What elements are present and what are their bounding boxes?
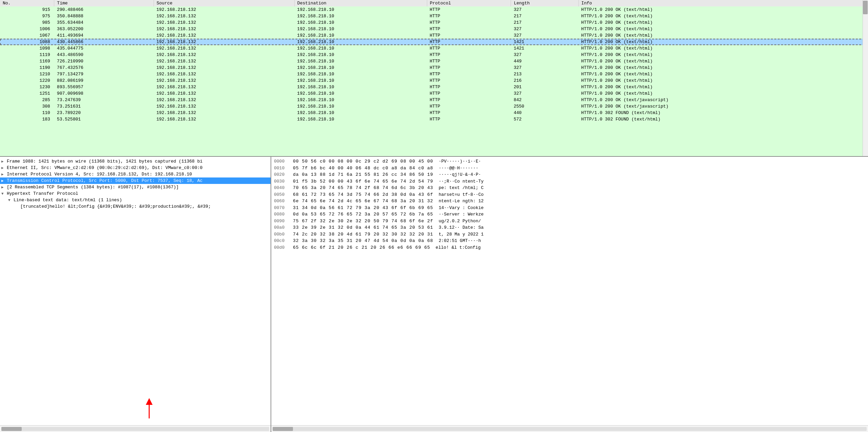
table-row[interactable]: 1190767.432576192.168.218.132192.168.218…: [0, 64, 868, 71]
table-cell: 53.525801: [54, 116, 154, 123]
tree-item-label: Transmission Control Protocol, Src Port:…: [7, 178, 269, 183]
table-cell: 363.052200: [54, 26, 154, 32]
table-cell: 308: [0, 103, 54, 110]
hex-offset: 0040: [274, 185, 288, 191]
table-row[interactable]: 1169726.210990192.168.218.132192.168.218…: [0, 58, 868, 64]
hex-row: 00c032 3a 30 32 3a 35 31 20 47 4d 54 0a …: [274, 238, 865, 244]
table-cell: HTTP: [427, 39, 511, 45]
hex-row: 00a033 2e 39 2e 31 32 0d 0a 44 61 74 65 …: [274, 224, 865, 231]
table-cell: 192.168.218.132: [154, 13, 294, 19]
table-row[interactable]: 975350.848888192.168.218.132192.168.218.…: [0, 13, 868, 19]
table-cell: 1088→: [0, 39, 54, 45]
hex-row: 00d065 6c 6c 6f 21 20 26 c 21 20 26 66 e…: [274, 244, 865, 251]
hex-scroll-thumb[interactable]: [273, 427, 293, 431]
table-cell: 440: [511, 110, 578, 116]
table-cell: 192.168.218.132: [154, 64, 294, 71]
hex-offset: 0070: [274, 205, 288, 211]
table-cell: 907.009698: [54, 90, 154, 97]
tree-arrow-icon: ▶: [1, 172, 5, 176]
table-cell: HTTP: [427, 84, 511, 90]
tree-item[interactable]: ▼Line-based text data: text/html (1 line…: [0, 197, 271, 203]
tree-item-label: [truncated]hello! &lt;Config {&#39;ENV&#…: [20, 204, 269, 209]
hex-bytes: 01 f5 3b 52 00 00 43 6f 6e 74 65 6e 74 2…: [293, 178, 433, 185]
hex-scroll-track[interactable]: [273, 427, 867, 431]
hex-panel: 000000 50 56 c0 00 08 00 0c 29 c2 d2 69 …: [271, 157, 868, 432]
hex-bytes: 6e 74 65 6e 74 2d 4c 65 6e 67 74 68 3a 2…: [293, 198, 433, 205]
detail-scroll-track[interactable]: [1, 427, 269, 431]
hex-row: 009075 67 2f 32 2e 30 2e 32 20 50 79 74 …: [274, 218, 865, 225]
tree-item[interactable]: ▼Hypertext Transfer Protocol: [0, 190, 271, 197]
table-row[interactable]: 1098435.044775192.168.218.132192.168.218…: [0, 45, 868, 52]
table-cell: 192.168.218.10: [294, 52, 427, 58]
table-cell: 192.168.218.132: [154, 52, 294, 58]
tree-item[interactable]: ▶Transmission Control Protocol, Src Port…: [0, 177, 271, 184]
tree-arrow-icon: ▶: [1, 166, 5, 170]
table-row[interactable]: 985355.634484192.168.218.132192.168.218.…: [0, 19, 868, 26]
table-cell: 192.168.218.132: [154, 116, 294, 123]
hex-ascii: ··;R··Co ntent-Ty: [439, 178, 484, 185]
table-row[interactable]: 1230893.556957192.168.218.132192.168.218…: [0, 84, 868, 90]
table-row[interactable]: 28573.247639192.168.218.132192.168.218.1…: [0, 97, 868, 103]
detail-panel: ▶Frame 1088: 1421 bytes on wire (11368 b…: [0, 157, 271, 432]
hex-row: 007031 34 0d 0a 56 61 72 79 3a 20 43 6f …: [274, 205, 865, 211]
table-cell: 192.168.218.10: [294, 103, 427, 110]
detail-scroll-thumb[interactable]: [1, 427, 22, 431]
table-row[interactable]: 1088→430.445866192.168.218.132192.168.21…: [0, 39, 868, 45]
table-cell: HTTP/1.0 200 OK (text/html): [578, 90, 868, 97]
tree-item-label: Line-based text data: text/html (1 lines…: [14, 198, 269, 203]
table-cell: HTTP: [427, 103, 511, 110]
table-row[interactable]: 1067411.493694192.168.218.132192.168.218…: [0, 32, 868, 39]
hex-ascii: t, 28 Ma y 2022 1: [439, 231, 484, 238]
table-cell: 430.445866: [54, 39, 154, 45]
table-cell: HTTP: [427, 26, 511, 32]
tree-item[interactable]: [truncated]hello! &lt;Config {&#39;ENV&#…: [0, 203, 271, 210]
hex-offset: 0090: [274, 218, 288, 225]
hex-bytes: 33 2e 39 2e 31 32 0d 0a 44 61 74 65 3a 2…: [293, 224, 433, 231]
table-cell: HTTP/1.0 302 FOUND (text/html): [578, 110, 868, 116]
table-cell: 192.168.218.10: [294, 19, 427, 26]
tree-item[interactable]: ▶Internet Protocol Version 4, Src: 192.1…: [0, 171, 271, 177]
hex-row: 00b074 2c 20 32 38 20 4d 61 79 20 32 30 …: [274, 231, 865, 238]
packet-list-scrollbar-thumb[interactable]: [863, 1, 868, 14]
detail-bottom-scroll[interactable]: [0, 425, 271, 432]
hex-ascii: ··Server : Werkze: [439, 211, 484, 218]
hex-bytes: 70 65 3a 20 74 65 78 74 2f 68 74 6d 6c 3…: [293, 185, 433, 191]
table-row[interactable]: 915290.488466192.168.218.132192.168.218.…: [0, 6, 868, 13]
hex-offset: 0010: [274, 165, 288, 172]
hex-offset: 0080: [274, 211, 288, 218]
table-cell: 327: [511, 64, 578, 71]
table-row[interactable]: 1119443.486590192.168.218.132192.168.218…: [0, 52, 868, 58]
table-row[interactable]: 18353.525801192.168.218.132192.168.218.1…: [0, 116, 868, 123]
table-cell: 327: [511, 32, 578, 39]
table-cell: 449: [511, 58, 578, 64]
table-row[interactable]: 30873.251631192.168.218.132192.168.218.1…: [0, 103, 868, 110]
table-row[interactable]: 1006363.052200192.168.218.132192.168.218…: [0, 26, 868, 32]
tree-arrow-icon: ▼: [1, 192, 5, 196]
table-row[interactable]: 1220882.086199192.168.218.132192.168.218…: [0, 77, 868, 84]
table-cell: 192.168.218.10: [294, 90, 427, 97]
table-cell: HTTP/1.0 200 OK (text/html): [578, 45, 868, 52]
tree-item[interactable]: ▶Ethernet II, Src: VMware_c2:d2:69 (00:0…: [0, 165, 271, 171]
table-cell: HTTP/1.0 200 OK (text/html): [578, 32, 868, 39]
hex-bottom-scroll[interactable]: [271, 425, 868, 432]
table-row[interactable]: 1210797.134279192.168.218.132192.168.218…: [0, 71, 868, 77]
table-cell: 192.168.218.10: [294, 116, 427, 123]
hex-bytes: da 0a 13 88 1d 71 6a 21 55 81 26 cc 34 8…: [293, 171, 433, 178]
hex-content: 000000 50 56 c0 00 08 00 0c 29 c2 d2 69 …: [271, 157, 868, 425]
hex-offset: 0060: [274, 198, 288, 205]
table-cell: 1169: [0, 58, 54, 64]
hex-offset: 00b0: [274, 231, 288, 238]
table-cell: 290.488466: [54, 6, 154, 13]
tree-item[interactable]: ▶Frame 1088: 1421 bytes on wire (11368 b…: [0, 158, 271, 165]
table-cell: 327: [511, 52, 578, 58]
table-cell: 975: [0, 13, 54, 19]
table-row[interactable]: 1251907.009698192.168.218.132192.168.218…: [0, 90, 868, 97]
hex-row: 005068 61 72 73 65 74 3d 75 74 66 2d 38 …: [274, 191, 865, 198]
table-cell: HTTP: [427, 32, 511, 39]
table-cell: 192.168.218.132: [154, 39, 294, 45]
packet-list-scrollbar[interactable]: [863, 0, 868, 156]
table-cell: HTTP/1.0 200 OK (text/html): [578, 19, 868, 26]
table-row[interactable]: 11023.789220192.168.218.132192.168.218.1…: [0, 110, 868, 116]
tree-item[interactable]: ▶[2 Reassembled TCP Segments (1384 bytes…: [0, 184, 271, 190]
table-cell: 192.168.218.10: [294, 32, 427, 39]
